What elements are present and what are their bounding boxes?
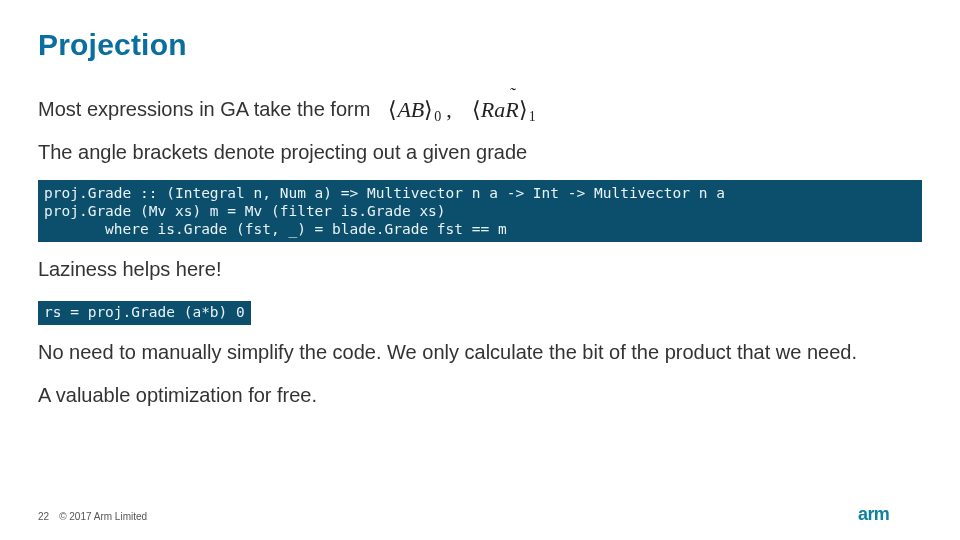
math-term-ab: ⟨AB⟩0 <box>388 97 440 123</box>
arm-logo: arm <box>858 502 930 526</box>
math-a: a <box>494 97 505 123</box>
right-angle-bracket-icon: ⟩ <box>424 97 433 123</box>
right-angle-bracket-icon: ⟩ <box>519 97 528 123</box>
page-number: 22 <box>38 511 49 522</box>
math-comma: , <box>446 97 452 123</box>
intro-text: Most expressions in GA take the form <box>38 96 370 123</box>
math-r-tilde: R <box>505 97 518 123</box>
math-sub-0: 0 <box>434 109 441 125</box>
slide-footer: 22 © 2017 Arm Limited <box>38 511 147 522</box>
math-ab: AB <box>397 97 424 123</box>
code-block-projgrade: proj.Grade :: (Integral n, Num a) => Mul… <box>38 180 922 242</box>
copyright-text: © 2017 Arm Limited <box>59 511 147 522</box>
intro-row: Most expressions in GA take the form ⟨AB… <box>38 96 922 123</box>
math-expressions: ⟨AB⟩0 , ⟨RaR⟩1 <box>388 97 534 123</box>
arm-logo-text: arm <box>858 504 889 524</box>
no-need-text: No need to manually simplify the code. W… <box>38 339 922 366</box>
math-sub-1: 1 <box>529 109 536 125</box>
optimization-text: A valuable optimization for free. <box>38 382 922 409</box>
math-term-rar: ⟨RaR⟩1 <box>472 97 535 123</box>
left-angle-bracket-icon: ⟨ <box>472 97 481 123</box>
arm-logo-icon: arm <box>858 502 930 526</box>
math-r: R <box>481 97 494 123</box>
laziness-text: Laziness helps here! <box>38 256 922 283</box>
angle-brackets-text: The angle brackets denote projecting out… <box>38 139 922 166</box>
code-block-rs: rs = proj.Grade (a*b) 0 <box>38 301 251 324</box>
slide: Projection Most expressions in GA take t… <box>0 0 960 540</box>
slide-title: Projection <box>38 28 922 62</box>
